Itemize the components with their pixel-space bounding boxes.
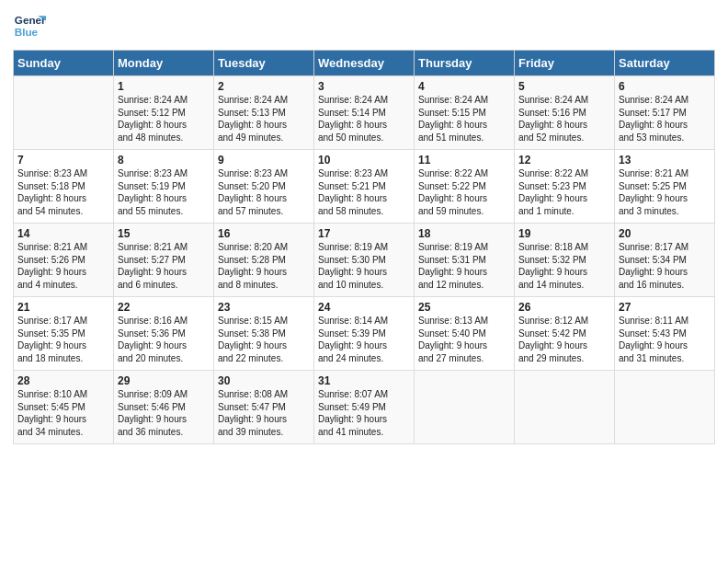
calendar-cell: 24Sunrise: 8:14 AMSunset: 5:39 PMDayligh… — [314, 297, 415, 371]
day-number: 10 — [318, 154, 410, 167]
day-number: 24 — [318, 301, 410, 314]
weekday-header-monday: Monday — [114, 51, 214, 76]
day-info: Sunrise: 8:21 AMSunset: 5:25 PMDaylight:… — [619, 167, 711, 217]
day-info: Sunrise: 8:18 AMSunset: 5:32 PMDaylight:… — [518, 241, 610, 291]
calendar-cell: 29Sunrise: 8:09 AMSunset: 5:46 PMDayligh… — [114, 371, 214, 444]
calendar-cell: 16Sunrise: 8:20 AMSunset: 5:28 PMDayligh… — [214, 224, 314, 297]
day-number: 28 — [17, 374, 109, 387]
calendar-cell: 18Sunrise: 8:19 AMSunset: 5:31 PMDayligh… — [415, 224, 515, 297]
calendar-week-row: 28Sunrise: 8:10 AMSunset: 5:45 PMDayligh… — [14, 371, 715, 444]
calendar-week-row: 21Sunrise: 8:17 AMSunset: 5:35 PMDayligh… — [14, 297, 715, 371]
day-info: Sunrise: 8:17 AMSunset: 5:34 PMDaylight:… — [619, 241, 711, 291]
weekday-header-saturday: Saturday — [615, 51, 715, 76]
day-number: 30 — [218, 374, 310, 387]
calendar-cell: 12Sunrise: 8:22 AMSunset: 5:23 PMDayligh… — [515, 150, 615, 224]
calendar-cell: 20Sunrise: 8:17 AMSunset: 5:34 PMDayligh… — [615, 224, 715, 297]
calendar-cell: 10Sunrise: 8:23 AMSunset: 5:21 PMDayligh… — [314, 150, 415, 224]
calendar-cell: 4Sunrise: 8:24 AMSunset: 5:15 PMDaylight… — [415, 76, 515, 150]
day-number: 13 — [619, 154, 711, 167]
day-number: 11 — [418, 154, 510, 167]
day-number: 1 — [118, 80, 210, 93]
logo-icon: General Blue — [13, 9, 46, 42]
svg-text:General: General — [15, 14, 46, 26]
calendar-cell: 26Sunrise: 8:12 AMSunset: 5:42 PMDayligh… — [515, 297, 615, 371]
calendar-cell: 27Sunrise: 8:11 AMSunset: 5:43 PMDayligh… — [615, 297, 715, 371]
day-number: 12 — [518, 154, 610, 167]
calendar-cell: 30Sunrise: 8:08 AMSunset: 5:47 PMDayligh… — [214, 371, 314, 444]
day-info: Sunrise: 8:23 AMSunset: 5:18 PMDaylight:… — [17, 167, 109, 217]
day-number: 25 — [418, 301, 510, 314]
calendar-week-row: 7Sunrise: 8:23 AMSunset: 5:18 PMDaylight… — [14, 150, 715, 224]
day-number: 22 — [118, 301, 210, 314]
day-number: 27 — [619, 301, 711, 314]
day-number: 19 — [518, 227, 610, 240]
day-info: Sunrise: 8:24 AMSunset: 5:12 PMDaylight:… — [118, 94, 210, 144]
day-number: 21 — [17, 301, 109, 314]
day-number: 26 — [518, 301, 610, 314]
calendar-cell — [615, 371, 715, 444]
day-info: Sunrise: 8:10 AMSunset: 5:45 PMDaylight:… — [17, 388, 109, 438]
day-info: Sunrise: 8:19 AMSunset: 5:31 PMDaylight:… — [418, 241, 510, 291]
day-info: Sunrise: 8:22 AMSunset: 5:23 PMDaylight:… — [518, 167, 610, 217]
calendar-cell: 21Sunrise: 8:17 AMSunset: 5:35 PMDayligh… — [14, 297, 114, 371]
calendar-cell: 11Sunrise: 8:22 AMSunset: 5:22 PMDayligh… — [415, 150, 515, 224]
header: General Blue — [13, 9, 715, 42]
weekday-header-tuesday: Tuesday — [214, 51, 314, 76]
calendar-cell: 25Sunrise: 8:13 AMSunset: 5:40 PMDayligh… — [415, 297, 515, 371]
day-number: 20 — [619, 227, 711, 240]
day-info: Sunrise: 8:19 AMSunset: 5:30 PMDaylight:… — [318, 241, 410, 291]
day-number: 31 — [318, 374, 410, 387]
calendar-cell: 3Sunrise: 8:24 AMSunset: 5:14 PMDaylight… — [314, 76, 415, 150]
calendar-cell: 28Sunrise: 8:10 AMSunset: 5:45 PMDayligh… — [14, 371, 114, 444]
calendar-cell: 19Sunrise: 8:18 AMSunset: 5:32 PMDayligh… — [515, 224, 615, 297]
logo: General Blue — [13, 9, 46, 42]
day-info: Sunrise: 8:21 AMSunset: 5:27 PMDaylight:… — [118, 241, 210, 291]
calendar-cell: 15Sunrise: 8:21 AMSunset: 5:27 PMDayligh… — [114, 224, 214, 297]
day-number: 4 — [418, 80, 510, 93]
calendar-cell — [515, 371, 615, 444]
day-number: 9 — [218, 154, 310, 167]
day-number: 2 — [218, 80, 310, 93]
day-number: 29 — [118, 374, 210, 387]
calendar-cell: 6Sunrise: 8:24 AMSunset: 5:17 PMDaylight… — [615, 76, 715, 150]
day-info: Sunrise: 8:11 AMSunset: 5:43 PMDaylight:… — [619, 315, 711, 364]
calendar-cell: 13Sunrise: 8:21 AMSunset: 5:25 PMDayligh… — [615, 150, 715, 224]
day-number: 7 — [17, 154, 109, 167]
day-number: 17 — [318, 227, 410, 240]
day-info: Sunrise: 8:20 AMSunset: 5:28 PMDaylight:… — [218, 241, 310, 291]
calendar-week-row: 1Sunrise: 8:24 AMSunset: 5:12 PMDaylight… — [14, 76, 715, 150]
calendar-cell: 9Sunrise: 8:23 AMSunset: 5:20 PMDaylight… — [214, 150, 314, 224]
day-info: Sunrise: 8:13 AMSunset: 5:40 PMDaylight:… — [418, 315, 510, 364]
day-number: 3 — [318, 80, 410, 93]
calendar-cell: 1Sunrise: 8:24 AMSunset: 5:12 PMDaylight… — [114, 76, 214, 150]
day-info: Sunrise: 8:14 AMSunset: 5:39 PMDaylight:… — [318, 315, 410, 364]
calendar-cell: 2Sunrise: 8:24 AMSunset: 5:13 PMDaylight… — [214, 76, 314, 150]
weekday-header-thursday: Thursday — [415, 51, 515, 76]
calendar-cell: 14Sunrise: 8:21 AMSunset: 5:26 PMDayligh… — [14, 224, 114, 297]
day-number: 14 — [17, 227, 109, 240]
day-info: Sunrise: 8:24 AMSunset: 5:13 PMDaylight:… — [218, 94, 310, 144]
weekday-header-row: SundayMondayTuesdayWednesdayThursdayFrid… — [14, 51, 715, 76]
calendar-cell — [14, 76, 114, 150]
weekday-header-sunday: Sunday — [14, 51, 114, 76]
day-info: Sunrise: 8:07 AMSunset: 5:49 PMDaylight:… — [318, 388, 410, 438]
weekday-header-friday: Friday — [515, 51, 615, 76]
main-container: General Blue SundayMondayTuesdayWednesda… — [0, 0, 728, 452]
day-info: Sunrise: 8:08 AMSunset: 5:47 PMDaylight:… — [218, 388, 310, 438]
day-number: 18 — [418, 227, 510, 240]
day-number: 5 — [518, 80, 610, 93]
day-info: Sunrise: 8:21 AMSunset: 5:26 PMDaylight:… — [17, 241, 109, 291]
calendar-cell: 7Sunrise: 8:23 AMSunset: 5:18 PMDaylight… — [14, 150, 114, 224]
day-info: Sunrise: 8:22 AMSunset: 5:22 PMDaylight:… — [418, 167, 510, 217]
day-info: Sunrise: 8:16 AMSunset: 5:36 PMDaylight:… — [118, 315, 210, 364]
calendar-cell: 22Sunrise: 8:16 AMSunset: 5:36 PMDayligh… — [114, 297, 214, 371]
svg-text:Blue: Blue — [15, 26, 39, 38]
day-info: Sunrise: 8:23 AMSunset: 5:21 PMDaylight:… — [318, 167, 410, 217]
day-info: Sunrise: 8:24 AMSunset: 5:16 PMDaylight:… — [518, 94, 610, 144]
day-number: 6 — [619, 80, 711, 93]
day-number: 8 — [118, 154, 210, 167]
day-info: Sunrise: 8:24 AMSunset: 5:14 PMDaylight:… — [318, 94, 410, 144]
day-number: 16 — [218, 227, 310, 240]
calendar-cell: 31Sunrise: 8:07 AMSunset: 5:49 PMDayligh… — [314, 371, 415, 444]
calendar-cell: 8Sunrise: 8:23 AMSunset: 5:19 PMDaylight… — [114, 150, 214, 224]
